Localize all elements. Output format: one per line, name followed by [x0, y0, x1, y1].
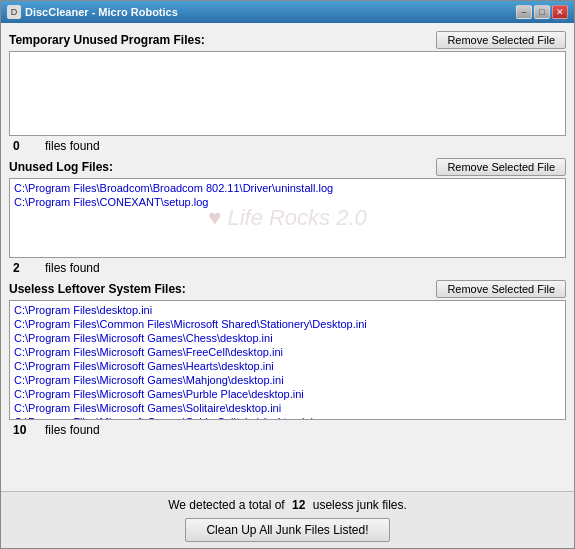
log-files-count-row: 2 files found: [9, 260, 566, 276]
log-files-header: Unused Log Files: Remove Selected File: [9, 158, 566, 176]
system-files-count-label: files found: [45, 423, 100, 437]
remove-system-button[interactable]: Remove Selected File: [436, 280, 566, 298]
title-bar-left: D DiscCleaner - Micro Robotics: [7, 5, 178, 19]
list-item[interactable]: C:\Program Files\desktop.ini: [14, 303, 561, 317]
list-item[interactable]: C:\Program Files\CONEXANT\setup.log: [14, 195, 561, 209]
list-item[interactable]: C:\Program Files\Common Files\Microsoft …: [14, 317, 561, 331]
list-item[interactable]: C:\Program Files\Microsoft Games\SpiderS…: [14, 415, 561, 420]
cleanup-button[interactable]: Clean Up All Junk Files Listed!: [185, 518, 389, 542]
system-files-header: Useless Leftover System Files: Remove Se…: [9, 280, 566, 298]
title-bar: D DiscCleaner - Micro Robotics – □ ✕: [1, 1, 574, 23]
list-item[interactable]: C:\Program Files\Broadcom\Broadcom 802.1…: [14, 181, 561, 195]
minimize-button[interactable]: –: [516, 5, 532, 19]
summary-prefix: We detected a total of: [168, 498, 285, 512]
system-files-section: Useless Leftover System Files: Remove Se…: [9, 280, 566, 438]
main-window: D DiscCleaner - Micro Robotics – □ ✕ Tem…: [0, 0, 575, 549]
list-item[interactable]: C:\Program Files\Microsoft Games\Mahjong…: [14, 373, 561, 387]
temp-files-section: Temporary Unused Program Files: Remove S…: [9, 31, 566, 154]
system-files-count-row: 10 files found: [9, 422, 566, 438]
total-count: 12: [292, 498, 305, 512]
temp-files-count: 0: [13, 139, 33, 153]
temp-files-count-label: files found: [45, 139, 100, 153]
log-files-count-label: files found: [45, 261, 100, 275]
remove-log-button[interactable]: Remove Selected File: [436, 158, 566, 176]
system-files-list[interactable]: C:\Program Files\desktop.ini C:\Program …: [9, 300, 566, 420]
summary-suffix: useless junk files.: [313, 498, 407, 512]
system-files-label: Useless Leftover System Files:: [9, 282, 186, 296]
log-files-count: 2: [13, 261, 33, 275]
list-item[interactable]: C:\Program Files\Microsoft Games\Purble …: [14, 387, 561, 401]
temp-files-list[interactable]: [9, 51, 566, 136]
footer: We detected a total of 12 useless junk f…: [1, 491, 574, 548]
close-button[interactable]: ✕: [552, 5, 568, 19]
temp-files-label: Temporary Unused Program Files:: [9, 33, 205, 47]
temp-files-count-row: 0 files found: [9, 138, 566, 154]
list-item[interactable]: C:\Program Files\Microsoft Games\FreeCel…: [14, 345, 561, 359]
remove-temp-button[interactable]: Remove Selected File: [436, 31, 566, 49]
list-item[interactable]: C:\Program Files\Microsoft Games\Solitai…: [14, 401, 561, 415]
content-area: Temporary Unused Program Files: Remove S…: [1, 23, 574, 491]
list-item[interactable]: C:\Program Files\Microsoft Games\Hearts\…: [14, 359, 561, 373]
log-files-list[interactable]: ♥ Life Rocks 2.0 C:\Program Files\Broadc…: [9, 178, 566, 258]
log-files-section: Unused Log Files: Remove Selected File ♥…: [9, 158, 566, 276]
temp-files-header: Temporary Unused Program Files: Remove S…: [9, 31, 566, 49]
window-title: DiscCleaner - Micro Robotics: [25, 6, 178, 18]
list-item[interactable]: C:\Program Files\Microsoft Games\Chess\d…: [14, 331, 561, 345]
app-icon: D: [7, 5, 21, 19]
system-files-count: 10: [13, 423, 33, 437]
summary-row: We detected a total of 12 useless junk f…: [168, 498, 407, 512]
log-files-label: Unused Log Files:: [9, 160, 113, 174]
title-buttons: – □ ✕: [516, 5, 568, 19]
maximize-button[interactable]: □: [534, 5, 550, 19]
